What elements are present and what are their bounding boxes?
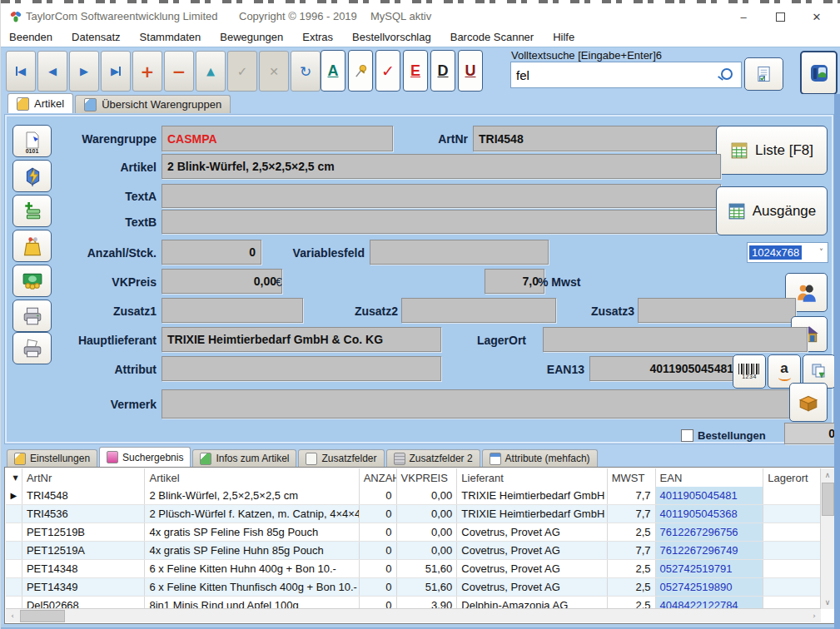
fulltext-search-input[interactable] — [514, 63, 718, 87]
fulltext-search-label: Volltextsuche [Eingabe+Enter]6 — [511, 49, 662, 62]
cell-anzahl: 0 — [360, 542, 397, 559]
liste-button[interactable]: Liste [F8] — [716, 126, 828, 175]
hscroll-thumb[interactable] — [20, 610, 65, 622]
table-row[interactable]: ▶ PET12519A 4x gratis SP Feline Huhn 85g… — [6, 542, 821, 560]
tab-suchergebnis[interactable]: Suchergebnis — [99, 447, 191, 467]
col-artnr[interactable]: ArtNr — [22, 468, 146, 487]
mwst-field[interactable]: 7,0 — [485, 269, 544, 294]
header-filter-cell[interactable]: ▼ — [6, 468, 22, 487]
cell-anzahl: 0 — [360, 487, 397, 504]
col-mwst[interactable]: MWST — [608, 468, 656, 487]
box-button[interactable] — [789, 383, 828, 422]
exit-button[interactable] — [800, 51, 838, 95]
texta-field[interactable] — [162, 184, 721, 208]
resolution-value: 1024x768 — [749, 245, 802, 260]
tab-artikel[interactable]: Artikel — [7, 93, 73, 113]
first-record-button[interactable]: ◀ — [6, 51, 36, 92]
letter-u-button[interactable]: U — [458, 50, 483, 92]
pin-button[interactable] — [348, 50, 373, 92]
doc-code-label: 0101 — [26, 148, 39, 154]
col-vkpreis[interactable]: VKPREIS — [397, 468, 458, 487]
attribut-field[interactable] — [162, 356, 441, 381]
last-record-button[interactable]: ▶ — [101, 51, 131, 92]
zusatz1-field[interactable] — [162, 298, 303, 323]
table-row[interactable]: ▶ TRI4536 2 Plüsch-Würfel f. Katzen, m. … — [6, 505, 821, 523]
cell-lagerort — [763, 578, 821, 596]
menu-item-bewegungen[interactable]: Bewegungen — [220, 31, 283, 43]
refresh-button[interactable]: ↻ — [291, 51, 321, 92]
zusatz2-field[interactable] — [401, 298, 556, 323]
next-record-button[interactable]: ▶ — [69, 51, 99, 92]
artikel-field[interactable]: 2 Blink-Würfel, 2,5×2,5×2,5 cm — [162, 154, 721, 179]
edit-record-button[interactable]: ▲ — [196, 51, 226, 92]
scroll-right-icon[interactable]: › — [808, 609, 821, 622]
warengruppe-field[interactable]: CASMPA — [162, 126, 393, 151]
col-ean[interactable]: EAN — [656, 468, 764, 487]
close-button[interactable]: ✕ — [800, 7, 833, 27]
cell-mwst: 2,5 — [608, 523, 656, 541]
cell-artnr: Del502668 — [22, 597, 146, 609]
check-button[interactable]: ✓ — [375, 50, 400, 92]
menu-item-datensatz[interactable]: Datensatz — [72, 31, 121, 43]
prior-record-button[interactable]: ◀ — [37, 51, 67, 92]
col-anzahl[interactable]: ANZAHL — [360, 468, 397, 487]
ean13-field[interactable]: 4011905045481 — [589, 356, 739, 381]
cell-lieferant: Covetrus, Provet AG — [457, 542, 607, 559]
tab-attribute-mehrfach[interactable]: Attribute (mehfach) — [482, 449, 598, 467]
menu-item-beenden[interactable]: Beenden — [9, 31, 52, 43]
vertical-scrollbar[interactable]: ∧ ∨ — [820, 468, 834, 609]
scroll-up-icon[interactable]: ∧ — [821, 468, 834, 482]
tab-uebersicht-warengruppen[interactable]: Übersicht Warengruppen — [75, 95, 231, 113]
tab-zusatzfelder[interactable]: Zusatzfelder — [298, 449, 384, 467]
menu-item-extras[interactable]: Extras — [302, 31, 333, 43]
menu-item-stammdaten[interactable]: Stammdaten — [140, 31, 201, 43]
tab-infos-zum-artikel[interactable]: Infos zum Artikel — [192, 449, 296, 467]
tab-einstellungen[interactable]: Einstellungen — [7, 449, 97, 467]
table-row[interactable]: ▶ TRI4548 2 Blink-Würfel, 2,5×2,5×2,5 cm… — [6, 487, 821, 505]
col-lagerort[interactable]: Lagerort — [763, 468, 821, 487]
minimize-button[interactable]: – — [727, 7, 760, 27]
cell-lagerort — [763, 505, 821, 523]
maximize-button[interactable] — [763, 7, 797, 27]
barcode-button[interactable]: 1234 — [733, 354, 766, 389]
vermerk-field[interactable] — [162, 389, 799, 419]
bottom-strip — [1, 624, 840, 629]
cell-mwst: 2,5 — [608, 578, 656, 596]
table-row[interactable]: ▶ PET14348 6 x Feline Kitten Huhn 400g +… — [6, 560, 821, 578]
menu-item-hilfe[interactable]: Hilfe — [553, 31, 574, 43]
anzahl-field[interactable]: 0 — [162, 240, 261, 265]
horizontal-scrollbar[interactable]: ‹ › — [6, 608, 821, 622]
ausgaenge-button[interactable]: Ausgänge — [716, 186, 828, 235]
cell-lagerort — [763, 597, 821, 609]
vscroll-thumb[interactable] — [822, 483, 834, 516]
table-row[interactable]: ▶ Del502668 8in1 Minis Rind und Apfel 10… — [6, 597, 821, 609]
vkpreis-field[interactable]: 0,00 — [162, 269, 282, 294]
lagerort-field[interactable] — [543, 327, 808, 352]
attribut-label: Attribut — [30, 363, 157, 376]
letter-e-button[interactable]: E — [403, 50, 428, 92]
cell-anzahl: 0 — [360, 578, 397, 596]
textb-field[interactable] — [162, 210, 721, 234]
cell-artnr: TRI4536 — [22, 505, 146, 523]
bestellungen-checkbox[interactable] — [681, 429, 693, 442]
zusatz3-field[interactable] — [638, 298, 796, 323]
col-artikel[interactable]: Artikel — [145, 468, 359, 487]
checklist-button[interactable] — [744, 57, 783, 91]
col-lieferant[interactable]: Lieferant — [457, 468, 607, 487]
tab-icon — [14, 453, 26, 465]
hauptlieferant-field[interactable]: TRIXIE Heimtierbedarf GmbH & Co. KG — [162, 327, 441, 352]
tab-zusatzfelder-2[interactable]: Zusatzfelder 2 — [386, 449, 480, 467]
table-row[interactable]: ▶ PET14349 6 x Feline Kitten Thunfisch 4… — [6, 578, 821, 597]
letter-d-button[interactable]: D — [430, 50, 455, 92]
menu-item-barcode-scanner[interactable]: Barcode Scanner — [450, 31, 534, 43]
menu-item-bestellvorschlag[interactable]: Bestellvorschlag — [352, 31, 431, 43]
scroll-left-icon[interactable]: ‹ — [6, 609, 19, 622]
table-row[interactable]: ▶ PET12519B 4x gratis SP Feline Fish 85g… — [6, 523, 821, 542]
notebook-yellow-icon — [17, 97, 29, 111]
delete-record-button[interactable]: − — [164, 51, 194, 92]
variablesfeld-field[interactable] — [370, 240, 549, 265]
resolution-combobox[interactable]: 1024x768 ˅ — [747, 242, 828, 263]
scroll-down-icon[interactable]: ∨ — [821, 596, 834, 609]
letter-a-button[interactable]: A — [321, 50, 345, 92]
insert-record-button[interactable]: + — [132, 51, 162, 92]
